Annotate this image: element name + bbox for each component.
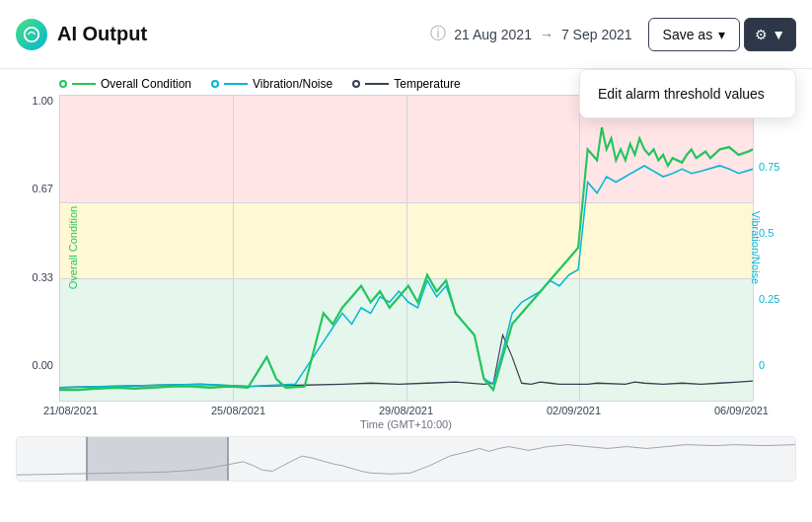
legend-line-vibration bbox=[224, 83, 248, 85]
legend-label-temperature: Temperature bbox=[394, 77, 460, 91]
info-icon: ⓘ bbox=[430, 24, 446, 44]
date-start: 21 Aug 2021 bbox=[454, 27, 532, 42]
mini-chart-handle[interactable] bbox=[86, 437, 229, 481]
page-title: AI Output bbox=[57, 23, 147, 45]
y-right-0.25: 0.25 bbox=[759, 293, 779, 305]
x-axis-label: Time (GMT+10:00) bbox=[0, 418, 812, 430]
gear-button[interactable]: ⚙ ▼ bbox=[744, 18, 796, 51]
arrow-icon: → bbox=[540, 27, 554, 42]
y-right-0.75: 0.75 bbox=[759, 161, 779, 173]
edit-alarm-threshold-item[interactable]: Edit alarm threshold values bbox=[580, 74, 795, 113]
y-axis-right: 1 0.75 0.5 0.25 0 bbox=[753, 95, 796, 371]
legend-label-overall: Overall Condition bbox=[101, 77, 191, 91]
y-left-0.67: 0.67 bbox=[33, 183, 53, 194]
x-label-1: 21/08/2021 bbox=[43, 405, 98, 416]
y-left-0.33: 0.33 bbox=[33, 271, 53, 283]
temperature-line bbox=[59, 336, 753, 388]
legend-line-overall bbox=[72, 83, 96, 85]
y-right-0.5: 0.5 bbox=[759, 227, 774, 239]
date-end: 7 Sep 2021 bbox=[561, 27, 632, 42]
chart-svg bbox=[59, 95, 753, 401]
legend-dot-temperature bbox=[352, 80, 360, 88]
overall-condition-line bbox=[59, 127, 753, 390]
y-left-1.00: 1.00 bbox=[33, 95, 53, 107]
legend-item-vibration: Vibration/Noise bbox=[211, 77, 332, 91]
y-left-0.00: 0.00 bbox=[33, 359, 53, 371]
gear-icon: ⚙ bbox=[755, 27, 768, 42]
x-label-2: 25/08/2021 bbox=[211, 405, 265, 416]
y-right-0: 0 bbox=[759, 359, 765, 371]
logo-icon bbox=[16, 19, 47, 50]
x-axis: 21/08/2021 25/08/2021 29/08/2021 02/09/2… bbox=[43, 401, 769, 416]
vibration-line bbox=[59, 166, 753, 388]
legend-item-overall: Overall Condition bbox=[59, 77, 191, 91]
header: AI Output ⓘ 21 Aug 2021 → 7 Sep 2021 Sav… bbox=[0, 0, 812, 69]
x-label-3: 29/08/2021 bbox=[379, 405, 433, 416]
chevron-down-icon: ▾ bbox=[718, 27, 725, 42]
date-range: ⓘ 21 Aug 2021 → 7 Sep 2021 bbox=[430, 24, 631, 44]
legend-item-temperature: Temperature bbox=[352, 77, 460, 91]
svg-point-0 bbox=[25, 27, 38, 40]
legend-label-vibration: Vibration/Noise bbox=[253, 77, 332, 91]
x-label-5: 06/09/2021 bbox=[714, 405, 769, 416]
chart-area: Overall Condition Vibration/Noise bbox=[59, 95, 753, 401]
x-label-4: 02/09/2021 bbox=[547, 405, 601, 416]
legend-dot-overall bbox=[59, 80, 67, 88]
legend-line-temperature bbox=[365, 83, 389, 85]
dropdown-menu: Edit alarm threshold values bbox=[579, 69, 796, 118]
mini-chart[interactable] bbox=[16, 436, 796, 482]
y-axis-left: 1.00 0.67 0.33 0.00 bbox=[16, 95, 59, 371]
legend-dot-vibration bbox=[211, 80, 219, 88]
chart-wrapper: 1.00 0.67 0.33 0.00 Overall Condition Vi… bbox=[16, 95, 796, 401]
grid-h-4 bbox=[59, 401, 753, 402]
save-as-button[interactable]: Save as ▾ bbox=[648, 18, 741, 51]
